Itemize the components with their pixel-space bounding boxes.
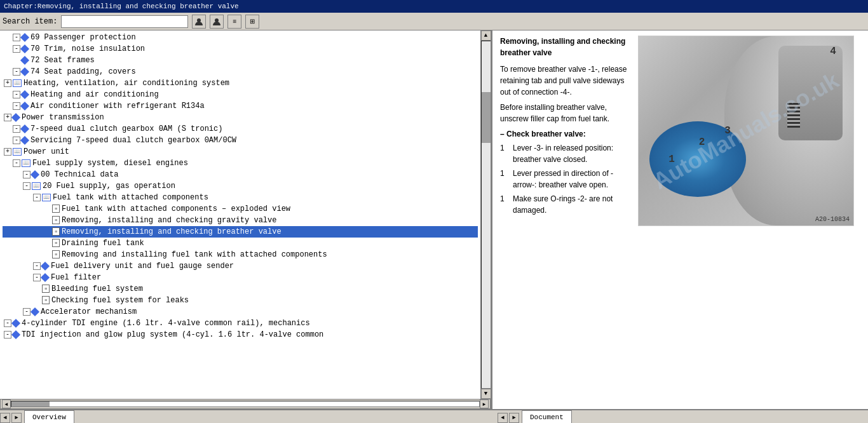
tree-label-27: TDI injection and glow plug system (4-cy… xyxy=(22,330,323,339)
search-label: Search item: xyxy=(3,17,57,26)
expand-icon-1[interactable]: - xyxy=(13,34,20,41)
list-text-3: Lever -3- in released position: breather… xyxy=(513,142,630,165)
expand-icon-26[interactable]: - xyxy=(4,319,11,327)
tree-item-26[interactable]: -4-cylinder TDI engine (1.6 ltr. 4-valve… xyxy=(3,318,478,329)
expand-icon-12[interactable]: - xyxy=(13,159,20,167)
tree-item-18[interactable]: ≡Removing, installing and checking breat… xyxy=(3,226,478,238)
tree-label-9: 7-speed dual clutch gearbox 0AM (S troni… xyxy=(31,124,222,133)
expand-icon-4[interactable]: - xyxy=(13,68,20,76)
scroll-up-btn[interactable]: ▲ xyxy=(481,30,491,41)
tree-item-21[interactable]: -Fuel delivery unit and fuel gauge sende… xyxy=(3,260,478,272)
tree-item-9[interactable]: -7-speed dual clutch gearbox 0AM (S tron… xyxy=(3,123,478,135)
tree-item-20[interactable]: ≡Removing and installing fuel tank with … xyxy=(3,249,478,260)
tree-label-19: Draining fuel tank xyxy=(62,239,144,248)
image-ref: A20-10834 xyxy=(815,216,850,223)
main-area: -69 Passenger protection-70 Trim, noise … xyxy=(0,30,868,409)
tree-item-19[interactable]: ≡Draining fuel tank xyxy=(3,238,478,249)
user-btn-2[interactable] xyxy=(210,15,224,29)
diamond-icon-7 xyxy=(20,102,29,111)
tree-item-2[interactable]: -70 Trim, noise insulation xyxy=(3,43,478,55)
expand-icon-11[interactable]: + xyxy=(4,148,11,156)
tree-item-6[interactable]: -Heating and air conditioning xyxy=(3,89,478,100)
expand-icon-8[interactable]: + xyxy=(4,114,11,121)
tree-item-27[interactable]: -TDI injection and glow plug system (4-c… xyxy=(3,329,478,340)
diamond-icon-25 xyxy=(31,307,39,316)
expand-icon-7[interactable]: - xyxy=(13,102,20,110)
tree-label-10: Servicing 7-speed dual clutch gearbox 0A… xyxy=(31,136,236,145)
tree-scrollbar[interactable]: ▲ ▼ xyxy=(480,30,491,399)
expand-icon-14[interactable]: - xyxy=(23,182,31,190)
book-icon-11: 📖 xyxy=(13,148,22,156)
expand-icon-10[interactable]: - xyxy=(13,137,20,144)
menu-btn-2[interactable]: ⊞ xyxy=(245,15,259,29)
scroll-down-btn[interactable]: ▼ xyxy=(481,389,491,399)
tab-document[interactable]: Document xyxy=(522,410,572,423)
expand-icon-6[interactable]: - xyxy=(13,91,20,98)
tree-label-20: Removing and installing fuel tank with a… xyxy=(62,250,327,259)
nav-left-2[interactable]: ◄ xyxy=(498,413,508,423)
menu-btn-1[interactable]: ≡ xyxy=(227,15,241,29)
tree-label-11: Power unit xyxy=(24,147,69,156)
tree-label-12: Fuel supply system, diesel engines xyxy=(32,159,188,168)
tree-label-5: Heating, ventilation, air conditioning s… xyxy=(24,79,229,88)
expand-icon-5[interactable]: + xyxy=(4,79,11,87)
doc-content: Removing, installing and checking breath… xyxy=(500,36,860,404)
img-num-4: 4 xyxy=(830,46,836,57)
nav-left[interactable]: ◄ xyxy=(0,413,10,423)
tree-item-22[interactable]: -Fuel filter xyxy=(3,272,478,283)
tree-item-23[interactable]: ≡Bleeding fuel system xyxy=(3,283,478,295)
scroll-left-btn[interactable]: ◄ xyxy=(2,399,11,408)
tree-item-5[interactable]: +📖Heating, ventilation, air conditioning… xyxy=(3,77,478,89)
expand-icon-9[interactable]: - xyxy=(13,125,20,133)
left-tabs: ◄ ► Overview xyxy=(0,410,492,423)
expand-icon-15[interactable]: - xyxy=(33,194,41,201)
tree-label-22: Fuel filter xyxy=(51,273,101,282)
tree-label-1: 69 Passenger protection xyxy=(31,33,136,42)
tree-item-7[interactable]: -Air conditioner with refrigerant R134a xyxy=(3,100,478,112)
tree-container[interactable]: -69 Passenger protection-70 Trim, noise … xyxy=(0,30,480,399)
scroll-track[interactable] xyxy=(481,41,491,389)
tree-item-15[interactable]: -📖Fuel tank with attached components xyxy=(3,192,478,203)
tree-label-17: Removing, installing and checking gravit… xyxy=(62,216,276,225)
doc-icon-18: ≡ xyxy=(52,227,60,236)
tree-item-3[interactable]: 72 Seat frames xyxy=(3,55,478,66)
nav-right-2[interactable]: ► xyxy=(509,413,519,423)
expand-icon-27[interactable]: - xyxy=(4,331,11,339)
tree-item-25[interactable]: -Accelerator mechanism xyxy=(3,306,478,318)
doc-para-3: 1Lever -3- in released position: breathe… xyxy=(500,142,630,165)
tab-overview[interactable]: Overview xyxy=(24,410,74,423)
h-scrollbar[interactable]: ◄ ► xyxy=(0,399,491,409)
tree-item-17[interactable]: ≡Removing, installing and checking gravi… xyxy=(3,215,478,226)
expand-icon-21[interactable]: - xyxy=(33,262,41,270)
diamond-icon-27 xyxy=(11,330,20,339)
tree-item-16[interactable]: ≡Fuel tank with attached components – ex… xyxy=(3,203,478,215)
nav-right[interactable]: ► xyxy=(11,413,22,423)
expand-icon-25[interactable]: - xyxy=(23,308,31,316)
tree-item-4[interactable]: -74 Seat padding, covers xyxy=(3,66,478,77)
expand-icon-2[interactable]: - xyxy=(13,45,20,53)
user-btn-1[interactable] xyxy=(192,15,206,29)
expand-icon-22[interactable]: - xyxy=(33,274,41,281)
tree-item-13[interactable]: -00 Technical data xyxy=(3,169,478,180)
list-num-3: 1 xyxy=(500,142,510,165)
diamond-icon-6 xyxy=(20,90,29,99)
tree-label-2: 70 Trim, noise insulation xyxy=(31,44,145,53)
scroll-right-btn[interactable]: ► xyxy=(480,399,489,408)
h-scroll-track[interactable] xyxy=(11,401,480,407)
tree-item-24[interactable]: ≡Checking fuel system for leaks xyxy=(3,295,478,306)
tree-item-8[interactable]: +Power transmission xyxy=(3,112,478,123)
tree-item-12[interactable]: -📖Fuel supply system, diesel engines xyxy=(3,158,478,169)
expand-icon-13[interactable]: - xyxy=(23,171,31,178)
doc-icon-20: ≡ xyxy=(52,250,60,258)
title-text: Chapter:Removing, installing and checkin… xyxy=(4,3,239,10)
img-num-2: 2 xyxy=(699,137,705,148)
tree-item-14[interactable]: -📖20 Fuel supply, gas operation xyxy=(3,180,478,192)
diamond-icon-9 xyxy=(20,124,29,133)
tree-item-1[interactable]: -69 Passenger protection xyxy=(3,32,478,43)
search-input[interactable] xyxy=(61,15,188,28)
tree-item-10[interactable]: -Servicing 7-speed dual clutch gearbox 0… xyxy=(3,135,478,146)
tree-item-11[interactable]: +📖Power unit xyxy=(3,146,478,158)
tree-label-26: 4-cylinder TDI engine (1.6 ltr. 4-valve … xyxy=(22,319,310,328)
list-text-5: Make sure O-rings -2- are not damaged. xyxy=(513,193,630,216)
book-icon-14: 📖 xyxy=(32,182,41,190)
